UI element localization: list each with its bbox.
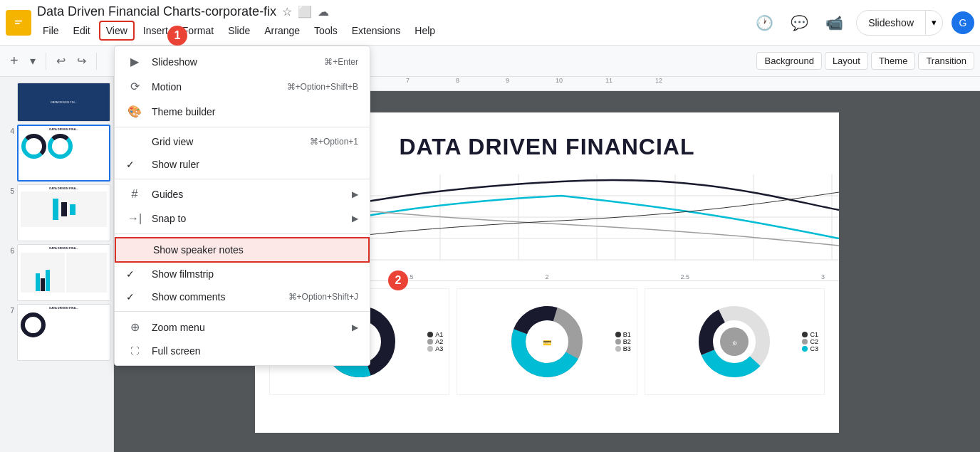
menu-help[interactable]: Help bbox=[409, 22, 441, 39]
menu-tools[interactable]: Tools bbox=[308, 22, 343, 39]
slide-num-5: 5 bbox=[3, 187, 14, 195]
vm-show-comments[interactable]: ✓ Show comments ⌘+Option+Shift+J bbox=[115, 285, 370, 308]
vm-show-filmstrip[interactable]: ✓ Show filmstrip bbox=[115, 263, 370, 285]
vm-ruler-label: Show ruler bbox=[152, 159, 358, 170]
menu-edit[interactable]: Edit bbox=[68, 22, 96, 39]
vm-zoom-menu[interactable]: ⊕ Zoom menu ▶ bbox=[115, 315, 370, 340]
vm-fullscreen-label: Full screen bbox=[152, 345, 358, 357]
vm-slideshow-label: Slideshow bbox=[152, 56, 324, 68]
vm-divider-2 bbox=[115, 179, 370, 179]
add-dropdown-btn[interactable]: ▾ bbox=[26, 51, 40, 70]
vm-guides-label: Guides bbox=[152, 189, 352, 200]
menu-slide[interactable]: Slide bbox=[222, 22, 256, 39]
slide-thumb-1[interactable]: DATA DRIVEN FIN... bbox=[3, 83, 110, 122]
slide-preview-7[interactable]: DATA DRIVEN FINA... bbox=[17, 304, 110, 361]
slide-num-4: 4 bbox=[3, 127, 14, 135]
vm-snap-arrow: ▶ bbox=[352, 214, 358, 224]
background-btn[interactable]: Background bbox=[756, 52, 821, 70]
donut-svg-2: 💳 bbox=[511, 306, 583, 377]
vm-motion-shortcut: ⌘+Option+Shift+B bbox=[287, 82, 358, 92]
top-right-area: 🕐 💬 📹 Slideshow ▾ G bbox=[751, 10, 974, 36]
slide-preview-6[interactable]: DATA DRIVEN FINA... bbox=[17, 244, 110, 301]
vm-guides-arrow: ▶ bbox=[352, 189, 358, 199]
slide-num-6: 6 bbox=[3, 247, 14, 255]
slide-preview-4[interactable]: DATA DRIVEN FINA... bbox=[17, 125, 110, 182]
donut-chart-3: ⚙ C1 C2 C3 bbox=[645, 288, 825, 395]
toolbar-sep-2 bbox=[96, 53, 97, 70]
vm-snap-label: Snap to bbox=[152, 213, 352, 224]
vm-filmstrip-label: Show filmstrip bbox=[152, 268, 358, 280]
vm-show-ruler[interactable]: ✓ Show ruler bbox=[115, 153, 370, 176]
slide-thumb-5[interactable]: 5 DATA DRIVEN FINA... bbox=[3, 184, 110, 241]
vm-guides[interactable]: # Guides ▶ bbox=[115, 182, 370, 206]
undo-btn[interactable]: ↩ bbox=[52, 51, 70, 70]
vm-motion-label: Motion bbox=[152, 81, 287, 93]
view-menu-dropdown: ▶ Slideshow ⌘+Enter ⟳ Motion ⌘+Option+Sh… bbox=[114, 46, 370, 366]
svg-rect-1 bbox=[15, 20, 22, 21]
step-badge-1: 1 bbox=[167, 26, 187, 46]
vm-divider-4 bbox=[115, 311, 370, 312]
slide-panel: DATA DRIVEN FIN... 4 DATA DRIVEN FINA...… bbox=[0, 77, 114, 452]
vm-motion[interactable]: ⟳ Motion ⌘+Option+Shift+B bbox=[115, 74, 370, 99]
slide-thumb-7[interactable]: 7 DATA DRIVEN FINA... bbox=[3, 304, 110, 361]
avatar[interactable]: G bbox=[952, 11, 974, 34]
vm-grid-label: Grid view bbox=[152, 136, 310, 147]
vm-theme-builder[interactable]: 🎨 Theme builder bbox=[115, 99, 370, 124]
toolbar-sep-1 bbox=[46, 53, 46, 70]
video-icon[interactable]: 📹 bbox=[821, 10, 848, 36]
toolbar-right-btns: Background Layout Theme Transition bbox=[756, 52, 974, 70]
slideshow-icon: ▶ bbox=[126, 55, 143, 68]
fullscreen-icon: ⛶ bbox=[126, 346, 143, 356]
vm-full-screen[interactable]: ⛶ Full screen bbox=[115, 340, 370, 362]
donut-chart-2: 💳 B1 B2 B3 bbox=[457, 288, 637, 395]
motion-icon: ⟳ bbox=[126, 80, 143, 93]
vm-snap-to[interactable]: →| Snap to ▶ bbox=[115, 206, 370, 231]
title-area: Data Driven Financial Charts-corporate-f… bbox=[37, 4, 441, 41]
vm-comments-label: Show comments bbox=[152, 291, 288, 303]
vm-grid-view[interactable]: Grid view ⌘+Option+1 bbox=[115, 130, 370, 153]
svg-text:💳: 💳 bbox=[543, 338, 552, 347]
redo-btn[interactable]: ↪ bbox=[73, 51, 90, 70]
slide-preview-5[interactable]: DATA DRIVEN FINA... bbox=[17, 184, 110, 241]
vm-theme-label: Theme builder bbox=[152, 106, 358, 117]
vm-filmstrip-check: ✓ bbox=[126, 268, 143, 280]
vm-show-speaker-notes[interactable]: Show speaker notes bbox=[115, 237, 370, 263]
vm-ruler-check: ✓ bbox=[126, 159, 143, 170]
guides-icon: # bbox=[126, 188, 143, 201]
transition-btn[interactable]: Transition bbox=[918, 52, 974, 70]
step-badge-2: 2 bbox=[388, 270, 408, 290]
vm-speaker-label: Show speaker notes bbox=[153, 244, 357, 256]
vm-zoom-arrow: ▶ bbox=[352, 322, 358, 332]
comment-icon[interactable]: 💬 bbox=[786, 10, 813, 36]
add-slide-btn[interactable]: + bbox=[6, 50, 23, 72]
vm-slideshow[interactable]: ▶ Slideshow ⌘+Enter bbox=[115, 49, 370, 74]
snap-icon: →| bbox=[126, 212, 143, 225]
doc-title: Data Driven Financial Charts-corporate-f… bbox=[37, 4, 276, 19]
menu-view[interactable]: View bbox=[99, 21, 135, 41]
menu-file[interactable]: File bbox=[37, 22, 65, 39]
vm-divider-1 bbox=[115, 127, 370, 127]
history-icon[interactable]: 🕐 bbox=[751, 10, 778, 36]
vm-slideshow-shortcut: ⌘+Enter bbox=[324, 57, 358, 67]
menu-bar: File Edit View Insert Format Slide Arran… bbox=[37, 21, 441, 41]
slide-preview-1[interactable]: DATA DRIVEN FIN... bbox=[17, 83, 110, 122]
vm-zoom-label: Zoom menu bbox=[152, 322, 352, 333]
vm-grid-shortcut: ⌘+Option+1 bbox=[310, 137, 358, 147]
app-logo bbox=[6, 10, 31, 36]
star-icon[interactable]: ☆ bbox=[282, 5, 292, 19]
folder-icon[interactable]: ⬜ bbox=[298, 5, 312, 19]
slide-thumb-6[interactable]: 6 DATA DRIVEN FINA... bbox=[3, 244, 110, 301]
menu-extensions[interactable]: Extensions bbox=[346, 22, 406, 39]
layout-btn[interactable]: Layout bbox=[825, 52, 868, 70]
theme-btn[interactable]: Theme bbox=[871, 52, 915, 70]
slide-thumb-4[interactable]: 4 DATA DRIVEN FINA... bbox=[3, 125, 110, 182]
svg-rect-2 bbox=[15, 23, 20, 24]
cloud-icon[interactable]: ☁ bbox=[318, 5, 329, 19]
slide-num-7: 7 bbox=[3, 307, 14, 315]
menu-arrange[interactable]: Arrange bbox=[259, 22, 306, 39]
vm-divider-3 bbox=[115, 233, 370, 234]
slideshow-button[interactable]: Slideshow bbox=[857, 11, 925, 35]
donut-svg-3: ⚙ bbox=[699, 306, 770, 377]
vm-comments-check: ✓ bbox=[126, 291, 143, 303]
slideshow-dropdown-arrow[interactable]: ▾ bbox=[925, 11, 942, 35]
